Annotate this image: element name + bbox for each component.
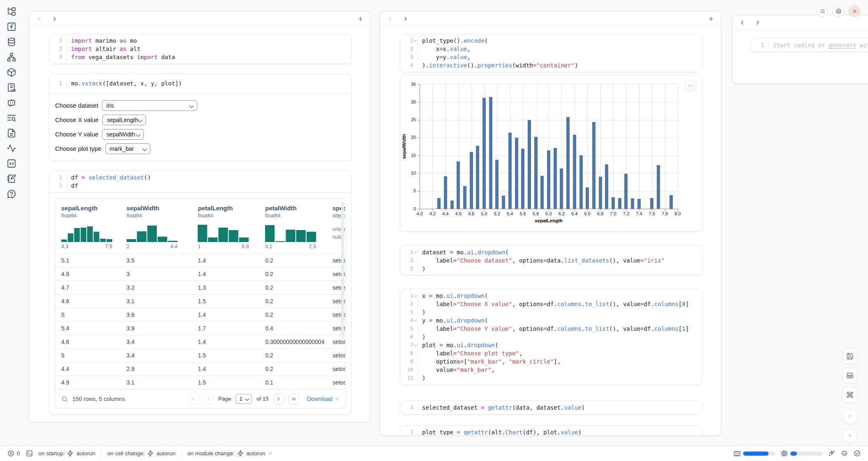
code-editor[interactable]: 1selected_dataset = getattr(data, datase… xyxy=(400,401,702,414)
fold-icon[interactable] xyxy=(413,39,418,43)
cpu-usage[interactable] xyxy=(781,450,822,457)
database-icon[interactable] xyxy=(7,37,16,47)
scroll-text-icon[interactable] xyxy=(7,83,16,92)
code-editor[interactable]: 1import marimo as mo2import altair as al… xyxy=(49,34,351,64)
errors-indicator[interactable]: 0 xyxy=(7,450,20,457)
help-icon[interactable] xyxy=(7,189,16,199)
menu-button[interactable] xyxy=(817,5,828,17)
shortcuts-button[interactable] xyxy=(842,387,858,403)
stop-button[interactable] xyxy=(842,408,858,424)
table-cell: 4.9 xyxy=(55,271,121,277)
menu-icon xyxy=(820,8,826,14)
code-editor[interactable]: 1df = selected_dataset()2df xyxy=(49,171,351,192)
fold-icon[interactable] xyxy=(413,250,418,255)
ram-usage[interactable] xyxy=(734,450,775,457)
table-row[interactable]: 4.42.91.40.2setos xyxy=(55,362,345,376)
add-cell-icon[interactable] xyxy=(708,16,714,22)
chevron-left-icon[interactable] xyxy=(36,16,42,22)
code-editor[interactable]: 1x = mo.ui.dropdown(2 label="Choose X va… xyxy=(400,289,702,385)
table-row[interactable]: 4.73.21.30.2setos xyxy=(55,281,345,294)
network-icon[interactable] xyxy=(7,52,16,62)
settings-button[interactable] xyxy=(833,5,844,17)
cell-imports[interactable]: 1import marimo as mo2import altair as al… xyxy=(49,34,352,64)
table-row[interactable]: 4.63.11.50.2setos xyxy=(55,294,345,308)
table-row[interactable]: 4.63.41.40.30000000000000004setos xyxy=(55,335,345,348)
code-editor[interactable]: 1dataset = mo.ui.dropdown(2 label="Choos… xyxy=(400,246,702,275)
text-search-icon[interactable] xyxy=(7,113,16,123)
cell-vstack[interactable]: 1mo.vstack([dataset, x, y, plot]) Choose… xyxy=(49,74,352,161)
cell-selected-dataset[interactable]: 1selected_dataset = getattr(data, datase… xyxy=(400,401,702,415)
column-header-sepalLength[interactable]: sepalLengthfloat644.37.9 xyxy=(55,205,121,254)
code-placeholder[interactable]: Start coding or generate with xyxy=(769,41,868,49)
table-cell: setos xyxy=(327,339,345,345)
table-row[interactable]: 4.931.40.2setos xyxy=(55,267,345,281)
last-page-button[interactable] xyxy=(289,394,299,404)
file-text-icon[interactable] xyxy=(7,128,16,138)
fold-icon[interactable] xyxy=(413,343,418,348)
cell-plot-type[interactable]: 1plot_type = getattr(alt.Chart(df), plot… xyxy=(400,425,702,436)
table-cell: 3.2 xyxy=(121,284,192,291)
fold-icon[interactable] xyxy=(413,294,418,298)
prev-page-button[interactable] xyxy=(203,394,214,404)
plot-type-select[interactable]: mark_bar xyxy=(105,143,150,154)
table-row[interactable]: 4.93.11.50.1setos xyxy=(55,376,345,389)
cell-empty[interactable]: 1 Start coding or generate with xyxy=(751,38,868,52)
column-header-petalLength[interactable]: petalLengthfloat6416.9 xyxy=(192,205,259,254)
notebook-pen-icon[interactable] xyxy=(7,174,16,184)
cell-dataframe[interactable]: 1df = selected_dataset()2df sepalLengthf… xyxy=(49,171,352,415)
cell-dataset-dropdown[interactable]: 1dataset = mo.ui.dropdown(2 label="Choos… xyxy=(400,245,702,276)
page-select[interactable]: 1 xyxy=(235,394,252,404)
column-header-sepalWidth[interactable]: sepalWidthfloat6424.4 xyxy=(121,205,192,254)
close-button[interactable] xyxy=(849,5,860,17)
add-cell-icon[interactable] xyxy=(357,16,364,22)
copilot-button[interactable] xyxy=(841,450,848,457)
dataset-select[interactable]: iris xyxy=(102,100,197,111)
connection-status[interactable] xyxy=(854,450,861,457)
bar-chart[interactable]: 4.04.24.44.64.85.05.25.45.65.86.06.26.46… xyxy=(400,75,702,230)
chevron-right-icon[interactable] xyxy=(402,16,409,22)
code-editor[interactable]: 1plot_type = getattr(alt.Chart(df), plot… xyxy=(400,426,702,436)
download-button[interactable]: Download xyxy=(307,396,339,402)
code-editor[interactable]: 1mo.vstack([dataset, x, y, plot]) xyxy=(49,74,351,93)
table-row[interactable]: 5.43.91.70.4setos xyxy=(55,321,345,335)
chevron-left-icon[interactable] xyxy=(387,16,393,22)
code-editor[interactable]: 1plot_type().encode(2 x=x.value,3 y=y.va… xyxy=(400,34,702,72)
on-module-change-setting[interactable]: on module change: autorun xyxy=(187,450,273,457)
cell-xy-dropdowns[interactable]: 1x = mo.ui.dropdown(2 label="Choose X va… xyxy=(400,289,702,385)
first-page-button[interactable] xyxy=(188,394,199,404)
y-value-select[interactable]: sepalWidth xyxy=(102,129,144,140)
package-icon[interactable] xyxy=(7,67,16,77)
table-row[interactable]: 53.61.40.2setos xyxy=(55,308,345,321)
run-button[interactable] xyxy=(842,428,858,443)
activity-icon[interactable] xyxy=(7,143,16,153)
function-square-icon[interactable] xyxy=(7,22,16,32)
svg-text:6.6: 6.6 xyxy=(584,211,591,216)
code-line: 2df xyxy=(49,182,351,190)
table-cell: 3.9 xyxy=(121,325,192,332)
chart-actions-button[interactable] xyxy=(685,80,697,91)
table-row[interactable]: 5.13.51.40.2setos xyxy=(55,254,345,267)
table-scrollbar[interactable] xyxy=(341,202,344,338)
chevron-right-icon[interactable] xyxy=(755,19,761,26)
file-tree-icon[interactable] xyxy=(7,7,16,16)
save-button[interactable] xyxy=(842,348,858,364)
code-square-icon[interactable] xyxy=(7,159,16,168)
fold-icon[interactable] xyxy=(413,318,418,323)
chevron-left-icon[interactable] xyxy=(739,19,746,26)
search-icon[interactable] xyxy=(61,396,68,402)
layout-button[interactable] xyxy=(842,368,858,383)
x-value-select[interactable]: sepalLength xyxy=(102,115,146,125)
generate-link[interactable]: generate xyxy=(829,42,856,48)
ai-button[interactable] xyxy=(828,450,835,457)
on-cell-change-setting[interactable]: on cell change: autorun xyxy=(107,450,175,457)
svg-text:6.8: 6.8 xyxy=(597,211,603,216)
column-header-petalWidth[interactable]: petalWidthfloat640.12.5 xyxy=(259,205,327,254)
terminal-button[interactable] xyxy=(26,450,33,457)
on-startup-setting[interactable]: on startup: autorun xyxy=(39,450,96,457)
chevron-right-icon[interactable] xyxy=(51,16,58,22)
table-row[interactable]: 53.41.50.2setos xyxy=(55,348,345,362)
next-page-button[interactable] xyxy=(273,394,284,404)
cell-plot-code[interactable]: 1plot_type().encode(2 x=x.value,3 y=y.va… xyxy=(400,34,702,72)
table-cell: 1.4 xyxy=(192,311,260,318)
bot-icon[interactable] xyxy=(7,98,16,108)
